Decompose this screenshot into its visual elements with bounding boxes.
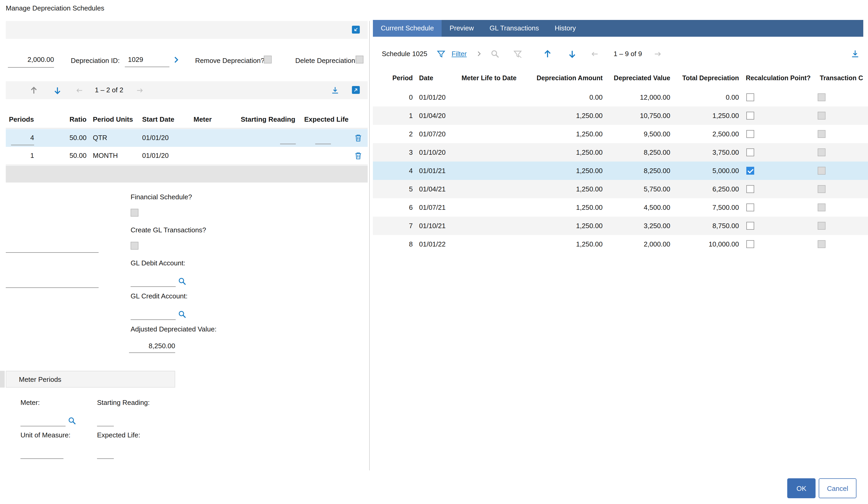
expected-life-cell-field[interactable] — [315, 144, 331, 144]
starting-reading-cell-field[interactable] — [280, 144, 296, 144]
prev-page-icon[interactable] — [591, 50, 599, 58]
recalculation-point-checkbox[interactable] — [746, 240, 754, 248]
transaction-checkbox — [818, 148, 826, 156]
cell: 0 — [381, 88, 413, 106]
download-icon[interactable] — [331, 86, 339, 94]
cell: MONTH — [93, 147, 137, 165]
right-tabs: Current SchedulePreviewGL TransactionsHi… — [373, 20, 863, 37]
cost-field[interactable]: 2,000.00 — [8, 52, 54, 68]
next-page-icon[interactable] — [653, 50, 662, 58]
column-header: Transaction C — [820, 69, 868, 88]
create-gl-transactions-label: Create GL Transactions? — [131, 226, 206, 234]
filter-icon[interactable] — [437, 50, 445, 58]
starting-reading-field[interactable] — [97, 415, 114, 426]
right-table-header: PeriodDateMeter Life to DateDepreciation… — [373, 69, 868, 88]
unit-of-measure-label: Unit of Measure: — [20, 431, 71, 439]
adjusted-depreciated-value-field[interactable]: 8,250.00 — [129, 340, 175, 353]
schedule-row[interactable]: 201/07/201,250.009,500.002,500.00 — [373, 125, 868, 143]
cell: 1,250.00 — [530, 198, 603, 217]
period-row[interactable]: 150.00MONTH01/01/20 — [6, 147, 368, 165]
cell: 0.00 — [666, 88, 739, 106]
cell — [462, 162, 530, 180]
collapse-panel-button[interactable] — [352, 26, 360, 33]
cell: 1,250.00 — [530, 180, 603, 198]
unit-of-measure-field[interactable] — [20, 448, 63, 459]
gl-debit-account-field[interactable] — [131, 276, 176, 287]
tab-gl-transactions[interactable]: GL Transactions — [482, 20, 547, 37]
schedule-row[interactable]: 501/04/211,250.005,750.006,250.00 — [373, 180, 868, 198]
depreciation-id-field[interactable]: 1029 — [125, 52, 169, 67]
schedule-row[interactable]: 801/01/221,250.002,000.0010,000.00 — [373, 235, 868, 253]
recalculation-point-checkbox[interactable] — [746, 204, 754, 212]
delete-depreciation-checkbox[interactable] — [355, 55, 363, 63]
download-icon[interactable] — [851, 49, 860, 58]
meter-search-icon[interactable] — [68, 416, 76, 425]
remove-depreciation-checkbox[interactable] — [264, 55, 272, 63]
trash-icon[interactable] — [354, 134, 362, 142]
next-page-icon[interactable] — [136, 86, 144, 94]
cell: 01/01/20 — [142, 147, 187, 165]
transaction-checkbox — [818, 222, 826, 230]
tab-history[interactable]: History — [547, 20, 584, 37]
column-header: Starting Reading — [241, 111, 296, 128]
search-icon[interactable] — [490, 49, 500, 59]
maximize-panel-button[interactable] — [352, 86, 360, 94]
cell: 50.00 — [56, 129, 86, 147]
cell[interactable]: 1 — [11, 147, 34, 165]
recalculation-point-checkbox[interactable] — [746, 93, 754, 101]
column-header: Date — [419, 69, 464, 88]
cell: 8,250.00 — [598, 162, 670, 180]
ok-button[interactable]: OK — [787, 478, 816, 498]
schedule-row[interactable]: 601/07/211,250.004,500.007,500.00 — [373, 198, 868, 217]
schedule-row[interactable]: 001/01/200.0012,000.000.00 — [373, 88, 868, 106]
cell: 01/07/20 — [419, 125, 464, 143]
move-up-icon[interactable] — [543, 49, 552, 59]
cell: 3,250.00 — [598, 217, 670, 235]
recalculation-point-checkbox[interactable] — [746, 112, 754, 120]
recalculation-point-checkbox[interactable] — [746, 185, 754, 193]
recalculation-point-checkbox[interactable] — [746, 130, 754, 138]
tab-current-schedule[interactable]: Current Schedule — [373, 20, 442, 37]
schedule-row[interactable]: 101/04/201,250.0010,750.001,250.00 — [373, 106, 868, 125]
tab-preview[interactable]: Preview — [442, 20, 482, 37]
schedule-label: Schedule 1025 — [382, 50, 427, 58]
create-gl-transactions-checkbox[interactable] — [131, 242, 138, 250]
expected-life-field[interactable] — [97, 448, 114, 459]
unlabeled-field-2[interactable] — [6, 276, 99, 288]
meter-field[interactable] — [20, 415, 65, 426]
gl-credit-search-icon[interactable] — [178, 310, 187, 319]
schedule-row[interactable]: 401/01/211,250.008,250.005,000.00 — [373, 162, 868, 180]
cell — [462, 88, 530, 106]
move-down-icon[interactable] — [568, 49, 577, 59]
move-up-icon[interactable] — [29, 86, 38, 95]
schedule-row[interactable]: 701/10/211,250.003,250.008,750.00 — [373, 217, 868, 235]
column-header: Start Date — [142, 111, 187, 128]
filter-link[interactable]: Filter — [452, 50, 467, 58]
recalculation-point-checkbox[interactable] — [746, 167, 754, 175]
left-panel-header-bar — [6, 21, 368, 39]
move-down-icon[interactable] — [53, 86, 62, 95]
cell: 5,750.00 — [598, 180, 670, 198]
cell: QTR — [93, 129, 137, 147]
gl-credit-account-field[interactable] — [131, 309, 176, 320]
panel-divider — [369, 21, 370, 471]
cancel-button[interactable]: Cancel — [819, 478, 857, 498]
cell[interactable]: 4 — [11, 131, 34, 145]
schedule-row[interactable]: 301/10/201,250.008,250.003,750.00 — [373, 143, 868, 162]
gl-debit-search-icon[interactable] — [178, 277, 187, 286]
cell: 1,250.00 — [666, 106, 739, 125]
meter-periods-title: Meter Periods — [19, 376, 61, 383]
prev-page-icon[interactable] — [75, 86, 83, 94]
trash-icon[interactable] — [354, 152, 362, 160]
cell — [304, 147, 349, 165]
recalculation-point-checkbox[interactable] — [746, 148, 754, 156]
gl-debit-account-label: GL Debit Account: — [131, 259, 185, 267]
open-depreciation-chevron-icon[interactable] — [172, 55, 180, 64]
unlabeled-field-1[interactable] — [6, 241, 99, 253]
financial-schedule-checkbox[interactable] — [131, 209, 138, 217]
period-row[interactable]: 450.00QTR01/01/20 — [6, 129, 368, 147]
clear-filter-icon[interactable] — [514, 50, 522, 58]
cell: 5,000.00 — [666, 162, 739, 180]
expand-filter-chevron-icon[interactable] — [476, 50, 483, 57]
recalculation-point-checkbox[interactable] — [746, 222, 754, 230]
